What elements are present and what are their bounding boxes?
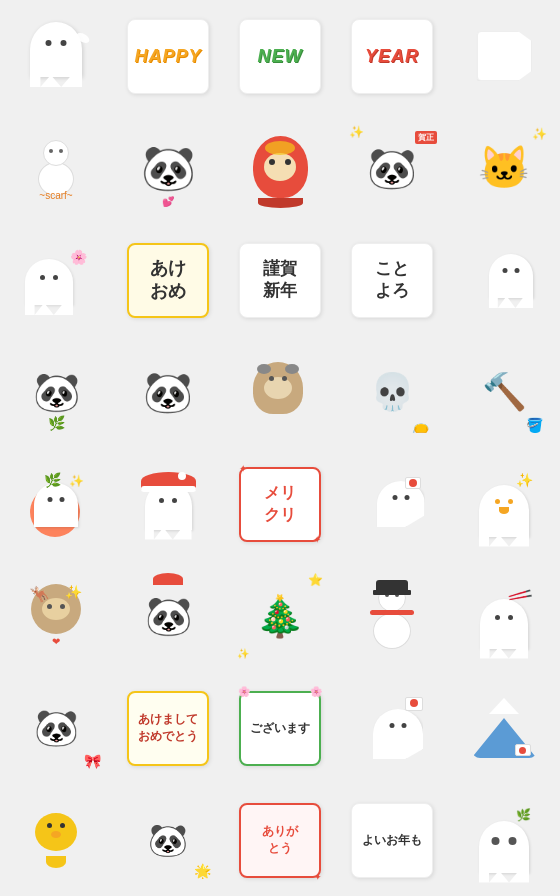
sticker-reindeer[interactable]: 🦌 ✨ ❤ [0, 560, 112, 672]
skeleton-emoji: 💀 [370, 371, 415, 413]
sticker-ghost-jp-flag[interactable] [336, 672, 448, 784]
sticker-mountain-fuji[interactable] [448, 672, 560, 784]
akeome-text: あけおめ [150, 257, 186, 304]
arigato-text: ありがとう [262, 823, 298, 857]
year-label: YEAR [365, 46, 419, 67]
sticker-akeome[interactable]: あけおめ [112, 224, 224, 336]
sticker-happy[interactable]: HAPPY [112, 0, 224, 112]
sticker-skeleton-bag[interactable]: 💀 👝 [336, 336, 448, 448]
sticker-yellow-bird[interactable] [0, 784, 112, 896]
sticker-xmas-tree[interactable]: 🎄 ⭐ ✨ [224, 560, 336, 672]
sticker-ghost-small[interactable] [448, 224, 560, 336]
lucky-cat-emoji: 🐱 [478, 147, 530, 189]
sticker-lucky-cat[interactable]: 🐱 ✨ [448, 112, 560, 224]
sticker-kotoyoro[interactable]: ことよろ [336, 224, 448, 336]
sticker-yoi-otoshi[interactable]: よいお年も [336, 784, 448, 896]
sticker-panda-hug[interactable]: 🐼 💕 [112, 112, 224, 224]
hammer-emoji: 🔨 [482, 371, 527, 413]
sticker-panda-newyear[interactable]: 🐼 賀正 ✨ [336, 112, 448, 224]
sticker-ghost-flying[interactable]: 🌸 [0, 224, 112, 336]
panda-newyear-emoji: 🐼 [367, 148, 417, 188]
sticker-panda-tiny[interactable]: 🐼 🌟 [112, 784, 224, 896]
panda-tiny-emoji: 🐼 [148, 821, 188, 859]
sticker-snowman2[interactable] [336, 560, 448, 672]
yoi-text: よいお年も [362, 832, 422, 849]
sticker-ghost-flag[interactable] [336, 448, 448, 560]
gozaimasu-text: ございます [250, 720, 310, 737]
sticker-kinga[interactable]: 謹賀新年 [224, 224, 336, 336]
merry-text: メリクリ [264, 482, 296, 527]
sticker-ghost-beak[interactable]: ✨ [448, 448, 560, 560]
sticker-ghost-chopsticks[interactable]: 🥢 [448, 560, 560, 672]
xmas-tree-emoji: 🎄 [255, 593, 305, 640]
sticker-ghost-plant[interactable]: 🌿 ✨ [0, 448, 112, 560]
sticker-ghost-santa[interactable] [112, 448, 224, 560]
sticker-tanuki[interactable] [224, 336, 336, 448]
sticker-daruma[interactable] [224, 112, 336, 224]
happy-label: HAPPY [134, 46, 201, 67]
sticker-flag-wave[interactable] [448, 0, 560, 112]
sticker-year[interactable]: YEAR [336, 0, 448, 112]
panda-ribbon-emoji: 🐼 [34, 707, 79, 749]
kotoyoro-text: ことよろ [375, 258, 409, 302]
panda-hug-emoji: 🐼 [141, 146, 196, 190]
sticker-akemashite[interactable]: あけましておめでとう [112, 672, 224, 784]
panda-santa-emoji: 🐼 [145, 594, 192, 638]
sticker-ghost-wave[interactable] [0, 0, 112, 112]
akemashite-text: あけましておめでとう [138, 711, 198, 745]
sticker-merry-kuri[interactable]: メリクリ ✦ ✦ [224, 448, 336, 560]
sticker-ghost-alien[interactable]: 🌿 [448, 784, 560, 896]
sticker-snowman[interactable]: ~scarf~ [0, 112, 112, 224]
kinga-text: 謹賀新年 [263, 258, 297, 302]
sticker-gozaimasu[interactable]: ございます 🌸 🌸 [224, 672, 336, 784]
sticker-grid: HAPPY NEW YEAR [0, 0, 560, 896]
panda-garden-emoji: 🐼 [33, 370, 80, 414]
sticker-panda-white[interactable]: 🐼 [112, 336, 224, 448]
sticker-hammer[interactable]: 🔨 🪣 [448, 336, 560, 448]
panda-white-emoji: 🐼 [143, 369, 193, 416]
sticker-panda-ribbon[interactable]: 🐼 🎀 [0, 672, 112, 784]
sticker-panda-garden[interactable]: 🐼 🌿 [0, 336, 112, 448]
sticker-new[interactable]: NEW [224, 0, 336, 112]
sticker-arigato[interactable]: ありがとう ✦ [224, 784, 336, 896]
new-label: NEW [258, 46, 303, 67]
sticker-panda-santa[interactable]: 🐼 [112, 560, 224, 672]
